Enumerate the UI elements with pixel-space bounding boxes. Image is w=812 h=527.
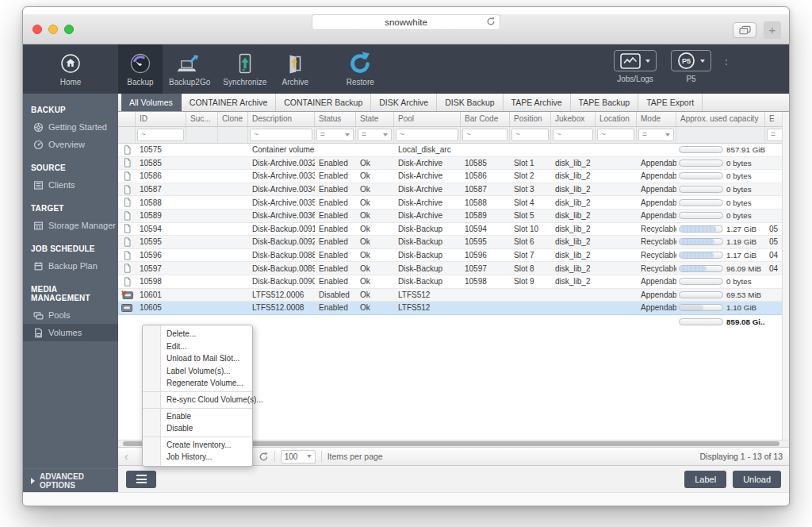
jobs-logs-button[interactable] xyxy=(614,50,657,71)
menu-item-create-inventory[interactable]: Create Inventory... xyxy=(143,439,252,452)
table-row[interactable]: 10589Disk-Archive.0036EnabledOkDisk-Arch… xyxy=(118,210,789,223)
column-header-barcode[interactable]: Bar Code xyxy=(461,112,510,126)
tab-container-archive[interactable]: CONTAINER Archive xyxy=(182,94,276,111)
sidebar-item-clients[interactable]: Clients xyxy=(23,176,118,194)
menu-item-job-history[interactable]: Job History... xyxy=(143,451,252,464)
cell-desc: LTFS512.0006 xyxy=(248,290,315,299)
filter-input-id[interactable]: ~ xyxy=(137,129,184,141)
show-all-tabs-button[interactable] xyxy=(733,22,756,38)
column-header-pool[interactable]: Pool xyxy=(394,112,461,126)
table-row[interactable]: 10598Disk-Backup.0090EnabledOkDisk-Backu… xyxy=(118,275,789,289)
table-row[interactable]: 10575Container volume...Local_disk_arc85… xyxy=(118,144,789,157)
column-header-status[interactable]: Status xyxy=(315,112,356,126)
toolbar-item-synchronize[interactable]: Synchronize xyxy=(216,44,273,94)
cell-state: Ok xyxy=(356,290,394,299)
unload-button[interactable]: Unload xyxy=(733,471,781,488)
sidebar-item-storage-manager[interactable]: Storage Manager xyxy=(23,217,118,234)
column-header-position[interactable]: Position xyxy=(510,112,551,126)
filter-input-state[interactable]: = xyxy=(358,129,392,141)
menu-item-edit[interactable]: Edit... xyxy=(143,340,252,353)
table-row[interactable]: 10605LTFS512.0008EnabledOkLTFS512Appenda… xyxy=(118,302,789,315)
p5-label: P5 xyxy=(686,75,695,83)
column-header-state[interactable]: State xyxy=(356,112,394,126)
filter-input-position[interactable]: ~ xyxy=(511,129,549,141)
menu-item-delete[interactable]: Delete... xyxy=(143,328,252,340)
zoom-button[interactable] xyxy=(64,25,74,34)
action-bar: Label Unload xyxy=(118,466,789,492)
toolbar-item-archive[interactable]: Archive xyxy=(273,44,317,94)
tab-all-volumes[interactable]: All Volumes xyxy=(121,94,182,111)
table-row[interactable]: 10594Disk-Backup.0091EnabledOkDisk-Backu… xyxy=(118,223,789,237)
table-row[interactable]: 10596Disk-Backup.0088EnabledOkDisk-Backu… xyxy=(118,249,789,263)
tab-disk-archive[interactable]: DISK Archive xyxy=(371,94,437,111)
toolbar-item-backup2go[interactable]: Backup2Go xyxy=(163,44,216,94)
sidebar-item-overview[interactable]: Overview xyxy=(23,136,118,153)
cell-jukebox: disk_lib_2 xyxy=(551,185,596,194)
column-header-mode[interactable]: Mode xyxy=(637,112,676,126)
filter-input-desc[interactable]: ~ xyxy=(250,129,312,141)
column-header-jukebox[interactable]: Jukebox xyxy=(551,112,596,126)
toolbar-item-backup[interactable]: Backup xyxy=(118,44,163,94)
table-row[interactable]: 10595Disk-Backup.0092EnabledOkDisk-Backu… xyxy=(118,236,789,249)
menu-item-disable[interactable]: Disable xyxy=(143,422,252,435)
sidebar-item-pools[interactable]: Pools xyxy=(23,306,118,324)
filter-input-pool[interactable]: ~ xyxy=(396,129,458,141)
menu-button[interactable] xyxy=(126,471,156,488)
p5-menu-button[interactable]: P5 xyxy=(671,50,711,71)
menu-item-label-volume-s[interactable]: Label Volume(s)... xyxy=(143,365,252,378)
column-header-desc[interactable]: Description xyxy=(248,112,315,126)
column-header-clone[interactable]: Clone xyxy=(218,112,248,126)
filter-input-status[interactable]: = xyxy=(316,129,354,141)
address-bar[interactable]: snowwhite xyxy=(312,14,500,30)
tab-tape-backup[interactable]: TAPE Backup xyxy=(571,94,639,111)
table-row[interactable]: 10597Disk-Backup.0089EnabledOkDisk-Backu… xyxy=(118,262,789,275)
filter-operator-glyph: ~ xyxy=(557,129,561,140)
toolbar-item-home[interactable]: Home xyxy=(23,44,118,94)
cell-mode: Recyclable xyxy=(637,251,676,260)
tab-disk-backup[interactable]: DISK Backup xyxy=(437,94,503,111)
toolbar-item-restore[interactable]: Restore xyxy=(338,44,382,94)
column-header-icon[interactable] xyxy=(118,112,136,126)
traffic-lights xyxy=(33,25,74,34)
cell-pool: LTFS512 xyxy=(394,303,461,312)
capacity-text: 0 bytes xyxy=(726,211,752,220)
tab-container-backup[interactable]: CONTAINER Backup xyxy=(276,94,371,111)
cell-position: Slot 5 xyxy=(510,211,551,220)
refresh-icon[interactable] xyxy=(259,452,269,462)
sidebar-item-volumes[interactable]: Volumes xyxy=(23,324,118,341)
minimize-button[interactable] xyxy=(48,25,58,34)
filter-input-mode[interactable]: = xyxy=(638,129,674,141)
table-row[interactable]: 10586Disk-Archive.0033EnabledOkDisk-Arch… xyxy=(118,170,789,183)
label-button[interactable]: Label xyxy=(684,471,726,488)
menu-item-regenerate-volume[interactable]: Regenerate Volume... xyxy=(143,377,252,390)
table-row[interactable]: 10585Disk-Archive.0032EnabledOkDisk-Arch… xyxy=(118,157,789,171)
tab-tape-archive[interactable]: TAPE Archive xyxy=(504,94,571,111)
menu-item-unload-to-mail-slot[interactable]: Unload to Mail Slot... xyxy=(143,352,252,365)
column-header-capacity[interactable]: Approx. used capacity xyxy=(676,112,765,126)
capacity-bar xyxy=(679,172,723,179)
vertical-scrollbar[interactable] xyxy=(782,112,789,440)
table-row[interactable]: 10587Disk-Archive.0034EnabledOkDisk-Arch… xyxy=(118,183,789,197)
menu-item-re-sync-cloud-volume-s[interactable]: Re-sync Cloud Volume(s)... xyxy=(143,394,252,406)
page-size-select[interactable]: 100 xyxy=(281,450,316,464)
close-button[interactable] xyxy=(33,25,42,34)
table-row[interactable]: 10588Disk-Archive.0035EnabledOkDisk-Arch… xyxy=(118,196,789,210)
column-header-suc[interactable]: Suc... xyxy=(186,112,218,126)
column-header-location[interactable]: Location xyxy=(596,112,637,126)
cell-id: 10586 xyxy=(136,171,186,180)
sidebar-item-getting-started[interactable]: Getting Started xyxy=(23,118,118,136)
new-tab-button[interactable]: + xyxy=(764,21,781,39)
tab-tape-export[interactable]: TAPE Export xyxy=(638,94,703,111)
table-row[interactable]: 10601LTFS512.0006DisabledOkLTFS512Append… xyxy=(118,289,789,302)
cell-position: Slot 8 xyxy=(510,264,551,273)
sidebar-item-backup-plan[interactable]: Backup Plan xyxy=(23,257,118,275)
filter-input-location[interactable]: ~ xyxy=(597,129,634,141)
filter-input-barcode[interactable]: ~ xyxy=(462,129,508,141)
column-header-id[interactable]: ID xyxy=(136,112,186,126)
filter-input-jukebox[interactable]: ~ xyxy=(553,129,593,141)
reload-icon[interactable] xyxy=(486,17,496,26)
menu-item-enable[interactable]: Enable xyxy=(143,410,252,423)
advanced-options-toggle[interactable]: ADVANCED OPTIONS xyxy=(23,468,118,492)
cell-barcode: 10589 xyxy=(461,211,510,220)
previous-page-button[interactable]: ‹ xyxy=(124,451,128,462)
